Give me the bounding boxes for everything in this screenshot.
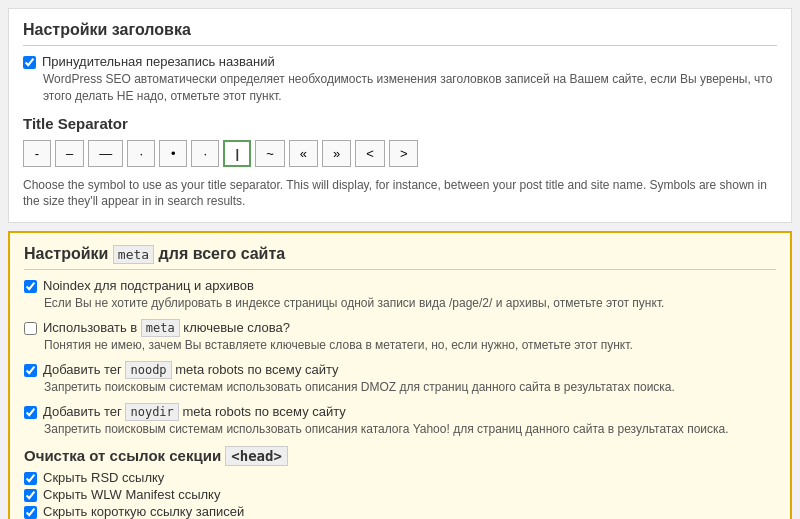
sep-btn-tilde[interactable]: ~ (255, 140, 285, 167)
noodp-desc: Запретить поисковым системам использоват… (44, 379, 776, 396)
header-settings-title: Настройки заголовка (23, 21, 777, 46)
sep-btn-dash[interactable]: - (23, 140, 51, 167)
sep-btn-gt[interactable]: > (389, 140, 419, 167)
noodp-checkbox[interactable] (24, 364, 37, 377)
noodp-label: Добавить тег noodp meta robots по всему … (43, 362, 339, 377)
force-rewrite-checkbox[interactable] (23, 56, 36, 69)
cleanup-title: Очистка от ссылок секции <head> (24, 447, 776, 464)
page-wrapper: Настройки заголовка Принудительная перез… (0, 0, 800, 519)
meta-settings-title: Настройки meta для всего сайта (24, 245, 776, 270)
force-rewrite-label: Принудительная перезапись названий (42, 54, 275, 69)
noindex-desc: Если Вы не хотите дублировать в индексе … (44, 295, 776, 312)
sep-btn-pipe[interactable]: | (223, 140, 251, 167)
hide-rsd-checkbox[interactable] (24, 472, 37, 485)
noydir-code: noydir (125, 403, 178, 421)
hide-shortlink-checkbox[interactable] (24, 506, 37, 519)
sep-btn-bullet[interactable]: • (159, 140, 187, 167)
noydir-row: Добавить тег noydir meta robots по всему… (24, 404, 776, 419)
noydir-label: Добавить тег noydir meta robots по всему… (43, 404, 346, 419)
sep-btn-lt[interactable]: < (355, 140, 385, 167)
hide-shortlink-label: Скрыть короткую ссылку записей (43, 504, 244, 519)
hide-rsd-row: Скрыть RSD ссылку (24, 470, 776, 485)
noodp-code: noodp (125, 361, 171, 379)
sep-btn-dot[interactable]: · (191, 140, 219, 167)
cleanup-section: Очистка от ссылок секции <head> Скрыть R… (24, 447, 776, 519)
noodp-row: Добавить тег noodp meta robots по всему … (24, 362, 776, 377)
sep-btn-endash[interactable]: – (55, 140, 84, 167)
separator-buttons-container: - – — · • · | ~ « » < > (23, 140, 777, 167)
hide-wlw-checkbox[interactable] (24, 489, 37, 502)
hide-rsd-label: Скрыть RSD ссылку (43, 470, 164, 485)
force-rewrite-row: Принудительная перезапись названий (23, 54, 777, 69)
sep-btn-raquo[interactable]: » (322, 140, 351, 167)
meta-settings-section: Настройки meta для всего сайта Noindex д… (8, 231, 792, 519)
noydir-desc: Запретить поисковым системам использоват… (44, 421, 776, 438)
use-meta-code: meta (141, 319, 180, 337)
header-settings-section: Настройки заголовка Принудительная перез… (8, 8, 792, 223)
cleanup-title-code: <head> (225, 446, 288, 466)
sep-btn-emdash[interactable]: — (88, 140, 123, 167)
hide-shortlink-row: Скрыть короткую ссылку записей (24, 504, 776, 519)
force-rewrite-desc: WordPress SEO автоматически определяет н… (43, 71, 777, 105)
title-separator-section: Title Separator - – — · • · | ~ « » < > … (23, 115, 777, 211)
sep-btn-middot[interactable]: · (127, 140, 155, 167)
meta-title-code: meta (113, 245, 154, 264)
noindex-row: Noindex для подстраниц и архивов (24, 278, 776, 293)
noindex-label: Noindex для подстраниц и архивов (43, 278, 254, 293)
hide-wlw-row: Скрыть WLW Manifest ссылку (24, 487, 776, 502)
sep-btn-laquo[interactable]: « (289, 140, 318, 167)
use-meta-checkbox[interactable] (24, 322, 37, 335)
use-meta-desc: Понятия не имею, зачем Вы вставляете клю… (44, 337, 776, 354)
use-meta-row: Использовать в meta ключевые слова? (24, 320, 776, 335)
title-separator-title: Title Separator (23, 115, 777, 132)
noydir-checkbox[interactable] (24, 406, 37, 419)
noindex-checkbox[interactable] (24, 280, 37, 293)
use-meta-label: Использовать в meta ключевые слова? (43, 320, 290, 335)
hide-wlw-label: Скрыть WLW Manifest ссылку (43, 487, 220, 502)
separator-note: Choose the symbol to use as your title s… (23, 177, 777, 211)
